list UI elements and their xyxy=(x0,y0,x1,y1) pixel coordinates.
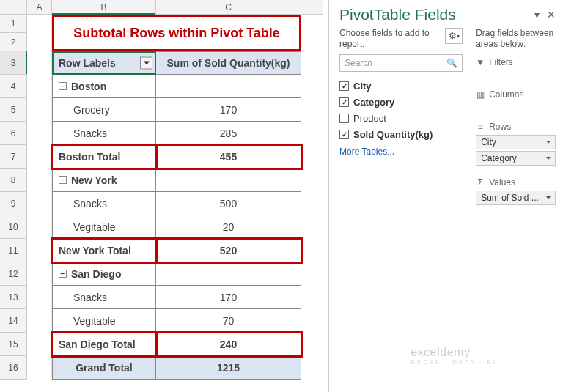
value-newyork-snacks[interactable]: 500 xyxy=(156,192,301,215)
field-city[interactable]: ✓City xyxy=(339,78,463,94)
field-sold-quantity[interactable]: ✓Sold Quantity(kg) xyxy=(339,126,463,142)
item-newyork-snacks[interactable]: Snacks xyxy=(52,192,156,215)
row-labels-filter-dropdown[interactable] xyxy=(140,57,152,70)
subtotal-newyork-value[interactable]: 520 xyxy=(156,239,301,262)
values-icon: Σ xyxy=(476,177,485,188)
field-list: ✓City ✓Category Product ✓Sold Quantity(k… xyxy=(339,78,463,142)
pivot-row-labels-header[interactable]: Row Labels xyxy=(52,51,156,75)
select-all-corner[interactable] xyxy=(0,0,27,14)
item-sandiego-snacks[interactable]: Snacks xyxy=(52,286,156,309)
search-icon: 🔍 xyxy=(446,58,457,68)
grand-total-label[interactable]: Grand Total xyxy=(52,356,156,380)
area-rows[interactable]: ≡Rows City Category xyxy=(476,122,556,166)
row-header-7[interactable]: 7 xyxy=(0,145,27,169)
value-sandiego-vegitable[interactable]: 70 xyxy=(156,309,301,333)
item-sandiego-vegitable[interactable]: Vegitable xyxy=(52,309,156,333)
column-a-empty[interactable] xyxy=(27,15,52,381)
row-header-9[interactable]: 9 xyxy=(0,192,27,215)
columns-icon: ▥ xyxy=(476,89,485,100)
header-text: Row Labels xyxy=(59,57,116,69)
title-cell[interactable]: Subtotal Rows within Pivot Table xyxy=(52,15,301,51)
collapse-icon[interactable]: − xyxy=(59,176,67,184)
col-header-c[interactable]: C xyxy=(156,0,301,14)
row-header-14[interactable]: 14 xyxy=(0,309,27,333)
area-values[interactable]: ΣValues Sum of Sold ... xyxy=(476,177,556,205)
field-product[interactable]: Product xyxy=(339,110,463,126)
checkbox-icon[interactable] xyxy=(339,114,349,123)
rows-icon: ≡ xyxy=(476,122,485,132)
row-chip-category[interactable]: Category xyxy=(476,151,556,166)
value-chip-sum-sold[interactable]: Sum of Sold ... xyxy=(476,191,556,205)
row-header-5[interactable]: 5 xyxy=(0,98,27,122)
col-header-a[interactable]: A xyxy=(27,0,52,14)
checkbox-icon[interactable]: ✓ xyxy=(339,81,349,91)
pivot-value-header[interactable]: Sum of Sold Quantity(kg) xyxy=(156,51,301,75)
col-header-b[interactable]: B xyxy=(52,0,156,14)
row-header-12[interactable]: 12 xyxy=(0,262,27,286)
grand-total-value[interactable]: 1215 xyxy=(156,356,301,380)
value-newyork-blank[interactable] xyxy=(156,169,301,192)
group-newyork[interactable]: −New York xyxy=(52,169,156,192)
collapse-icon[interactable]: − xyxy=(59,82,67,90)
group-sandiego[interactable]: −San Diego xyxy=(52,262,156,286)
field-category[interactable]: ✓Category xyxy=(339,94,463,110)
fields-layout-gear-button[interactable]: ⚙▾ xyxy=(445,28,463,44)
filter-icon: ▼ xyxy=(476,57,485,67)
item-newyork-vegitable[interactable]: Vegitable xyxy=(52,215,156,239)
value-boston-grocery[interactable]: 170 xyxy=(156,98,301,122)
value-sandiego-snacks[interactable]: 170 xyxy=(156,286,301,309)
pivottable-fields-panel: PivotTable Fields ▾ ✕ Choose fields to a… xyxy=(328,0,563,392)
checkbox-icon[interactable]: ✓ xyxy=(339,97,349,107)
row-header-8[interactable]: 8 xyxy=(0,169,27,192)
drag-fields-label: Drag fields between areas below: xyxy=(476,28,556,50)
row-header-1[interactable]: 1 xyxy=(0,15,27,33)
row-header-11[interactable]: 11 xyxy=(0,239,27,262)
choose-fields-label: Choose fields to add to report: xyxy=(339,28,441,50)
row-chip-city[interactable]: City xyxy=(476,135,556,149)
more-tables-link[interactable]: More Tables... xyxy=(339,147,463,157)
search-placeholder: Search xyxy=(345,58,372,68)
subtotal-sandiego-value[interactable]: 240 xyxy=(156,333,301,356)
subtotal-boston-label[interactable]: Boston Total xyxy=(52,145,156,169)
item-boston-grocery[interactable]: Grocery xyxy=(52,98,156,122)
value-sandiego-blank[interactable] xyxy=(156,262,301,286)
subtotal-boston-value[interactable]: 455 xyxy=(156,145,301,169)
item-boston-snacks[interactable]: Snacks xyxy=(52,122,156,145)
row-header-16[interactable]: 16 xyxy=(0,356,27,380)
row-header-15[interactable]: 15 xyxy=(0,333,27,356)
row-header-4[interactable]: 4 xyxy=(0,75,27,98)
spreadsheet-area: A B C 1 2 3 4 5 6 7 8 9 10 11 12 13 14 1… xyxy=(0,0,323,392)
column-headers: A B C xyxy=(0,0,323,15)
row-headers: 1 2 3 4 5 6 7 8 9 10 11 12 13 14 15 16 xyxy=(0,15,27,380)
area-columns[interactable]: ▥Columns xyxy=(476,89,556,100)
panel-menu-dropdown[interactable]: ▾ xyxy=(534,9,540,21)
panel-close-icon[interactable]: ✕ xyxy=(547,9,556,21)
row-header-10[interactable]: 10 xyxy=(0,215,27,239)
value-boston-blank[interactable] xyxy=(156,75,301,98)
value-newyork-vegitable[interactable]: 20 xyxy=(156,215,301,239)
collapse-icon[interactable]: − xyxy=(59,270,67,278)
value-boston-snacks[interactable]: 285 xyxy=(156,122,301,145)
title-text: Subtotal Rows within Pivot Table xyxy=(73,26,280,41)
row-header-3[interactable]: 3 xyxy=(0,51,27,75)
area-filters[interactable]: ▼Filters xyxy=(476,57,556,67)
checkbox-icon[interactable]: ✓ xyxy=(339,130,349,139)
panel-title: PivotTable Fields xyxy=(339,6,456,23)
row-header-2[interactable]: 2 xyxy=(0,33,27,51)
group-boston[interactable]: −Boston xyxy=(52,75,156,98)
subtotal-newyork-label[interactable]: New York Total xyxy=(52,239,156,262)
row-header-13[interactable]: 13 xyxy=(0,286,27,309)
subtotal-sandiego-label[interactable]: San Diego Total xyxy=(52,333,156,356)
fields-search-input[interactable]: Search 🔍 xyxy=(339,54,463,72)
row-header-6[interactable]: 6 xyxy=(0,122,27,145)
